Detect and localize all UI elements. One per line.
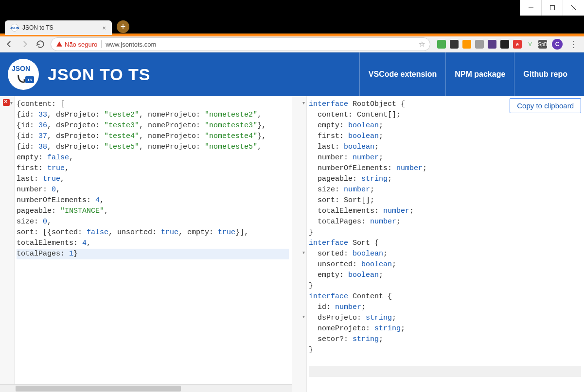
link-npm-package[interactable]: NPM package	[445, 52, 514, 96]
extension-vue-icon[interactable]: V	[526, 40, 534, 49]
fold-arrow-icon[interactable]: ▾	[301, 100, 306, 105]
omnibox-separator	[101, 40, 102, 48]
extension-spb-icon[interactable]: SpB	[538, 40, 547, 49]
json-code[interactable]: {content: [{id: 33, dsProjeto: "teste2",…	[17, 99, 289, 259]
right-gutter	[292, 96, 307, 392]
window-minimize-button[interactable]	[520, 0, 541, 16]
tab-favicon-icon: JSON	[11, 24, 18, 32]
editor-split: ▾ {content: [{id: 33, dsProjeto: "teste2…	[0, 96, 584, 392]
extension-orange-diamond-icon[interactable]	[462, 40, 471, 49]
back-button[interactable]	[4, 39, 15, 50]
extension-redux-icon[interactable]	[488, 40, 496, 49]
fold-arrow-icon[interactable]: ▾	[9, 100, 14, 105]
window-titlebar	[0, 0, 584, 16]
json-input-pane[interactable]: ▾ {content: [{id: 33, dsProjeto: "teste2…	[0, 96, 292, 392]
fold-arrow-icon[interactable]: ▾	[301, 250, 306, 255]
horizontal-scrollbar[interactable]	[0, 384, 292, 392]
extension-react-icon[interactable]	[500, 40, 509, 49]
url-text: www.jsontots.com	[106, 41, 156, 48]
copy-to-clipboard-button[interactable]: Copy to clipboard	[510, 98, 581, 113]
extensions-tray: eVSpB	[437, 40, 547, 49]
left-gutter	[0, 96, 15, 392]
current-line-highlight	[309, 366, 581, 377]
extension-green-dot-icon[interactable]	[437, 40, 446, 49]
browser-menu-button[interactable]: ⋮	[567, 39, 580, 50]
ts-output-pane[interactable]: ▾▾▾ interface RootObject { content: Cont…	[292, 96, 584, 392]
link-github-repo[interactable]: Github repo	[514, 52, 576, 96]
extension-e-red-icon[interactable]: e	[513, 40, 522, 49]
profile-avatar[interactable]: C	[552, 39, 563, 50]
window-maximize-button[interactable]	[541, 0, 563, 16]
site-title: JSON TO TS	[48, 65, 151, 84]
not-secure-label: Não seguro	[65, 41, 97, 48]
browser-tabstrip: JSON JSON to TS × +	[0, 16, 584, 35]
fold-arrow-icon[interactable]: ▾	[301, 314, 306, 319]
header-nav: VSCode extension NPM package Github repo	[359, 52, 576, 96]
not-secure-badge[interactable]: Não seguro	[56, 41, 97, 48]
link-vscode-extension[interactable]: VSCode extension	[359, 52, 445, 96]
forward-button[interactable]	[19, 39, 30, 50]
extension-cube-icon[interactable]	[475, 40, 484, 49]
site-header: JSON TS JSON TO TS VSCode extension NPM …	[0, 52, 584, 96]
bookmark-star-icon[interactable]: ☆	[419, 40, 425, 49]
extension-terminal-icon[interactable]	[450, 40, 459, 49]
window-close-button[interactable]	[563, 0, 584, 16]
browser-toolbar: Não seguro www.jsontots.com ☆ eVSpB C ⋮	[0, 35, 584, 52]
site-logo: JSON TS	[8, 59, 39, 90]
scrollbar-thumb[interactable]	[16, 386, 181, 392]
reload-button[interactable]	[35, 39, 46, 50]
tab-close-icon[interactable]: ×	[102, 24, 106, 32]
new-tab-button[interactable]: +	[117, 20, 129, 33]
address-bar[interactable]: Não seguro www.jsontots.com ☆	[51, 37, 430, 51]
ts-code[interactable]: interface RootObject { content: Content[…	[309, 99, 581, 356]
tab-title: JSON to TS	[22, 24, 53, 31]
browser-tab-active[interactable]: JSON JSON to TS ×	[5, 20, 112, 35]
svg-rect-1	[550, 6, 554, 10]
